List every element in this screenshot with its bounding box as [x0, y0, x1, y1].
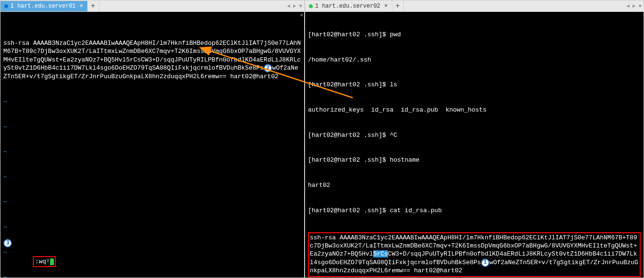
scroll-up-icon[interactable]: ^ — [300, 13, 303, 20]
status-dot — [309, 4, 313, 8]
nav-prev-icon[interactable]: ◄ — [626, 3, 630, 9]
selection: 5rCs — [373, 250, 388, 257]
tab-label: 1 hart.edu.server01 — [10, 3, 76, 10]
term-line: authorized_keys id_rsa id_rsa.pub known_… — [308, 106, 641, 114]
vim-tilde: ~ — [3, 148, 301, 156]
nav-prev-icon[interactable]: ◄ — [287, 3, 290, 9]
cursor — [50, 258, 54, 265]
term-line: [hart02@hart02 .ssh]$ cat id_rsa.pub — [308, 206, 641, 215]
status-dot — [4, 4, 8, 8]
nav-menu-icon[interactable]: ▼ — [299, 3, 302, 9]
term-line: [hart02@hart02 .ssh]$ ls — [308, 81, 641, 89]
callout-2: 2 — [264, 64, 272, 72]
tab-nav: ◄ ► ▼ — [626, 3, 642, 9]
callout-1: 1 — [481, 258, 490, 267]
tab-bar-right: 1 hart.edu.server02 × + ◄ ► ▼ — [305, 0, 644, 12]
vim-tilde: ~ — [3, 198, 301, 206]
vim-command[interactable]: :wq! — [35, 258, 50, 265]
term-line: /home/hart02/.ssh — [308, 56, 641, 64]
vim-tilde: ~ — [3, 98, 301, 106]
nav-next-icon[interactable]: ► — [633, 3, 636, 9]
tab-bar-left: 1 hart.edu.server01 × + ◄ ► ▼ — [0, 0, 304, 12]
terminal-right[interactable]: [hart02@hart02 .ssh]$ pwd /home/hart02/.… — [305, 12, 644, 278]
vim-tilde: ~ — [3, 123, 301, 132]
nav-next-icon[interactable]: ► — [293, 3, 296, 9]
term-line: [hart02@hart02 .ssh]$ pwd — [308, 31, 641, 39]
ssh-key-text: ssh-rsa AAAAB3NzaC1yc2EAAAABIwAAAQEApH8H… — [3, 39, 301, 81]
close-icon[interactable]: × — [384, 2, 388, 10]
add-tab-button[interactable]: + — [392, 1, 404, 11]
tab-server02[interactable]: 1 hart.edu.server02 × — [305, 1, 392, 11]
term-line: [hart02@hart02 .ssh]$ hostname — [308, 156, 641, 165]
tab-nav: ◄ ► ▼ — [287, 3, 302, 9]
tab-server01[interactable]: 1 hart.edu.server01 × — [0, 1, 88, 11]
term-line: hart02 — [308, 181, 641, 190]
term-line: [hart02@hart02 .ssh]$ ^C — [308, 131, 641, 140]
callout-3: 3 — [3, 239, 12, 247]
add-tab-button[interactable]: + — [88, 1, 99, 11]
vim-command-line: 3 :wq! — [3, 222, 56, 276]
ssh-key-output: ssh-rsa AAAAB3NzaC1yc2EAAAABIwAAAQEApH8H… — [308, 232, 641, 277]
terminal-left[interactable]: ^ ssh-rsa AAAAB3NzaC1yc2EAAAABIwAAAQEApH… — [0, 12, 304, 278]
vim-tilde: ~ — [3, 173, 301, 182]
nav-menu-icon[interactable]: ▼ — [638, 3, 642, 9]
close-icon[interactable]: × — [80, 2, 83, 10]
tab-label: 1 hart.edu.server02 — [315, 3, 380, 10]
